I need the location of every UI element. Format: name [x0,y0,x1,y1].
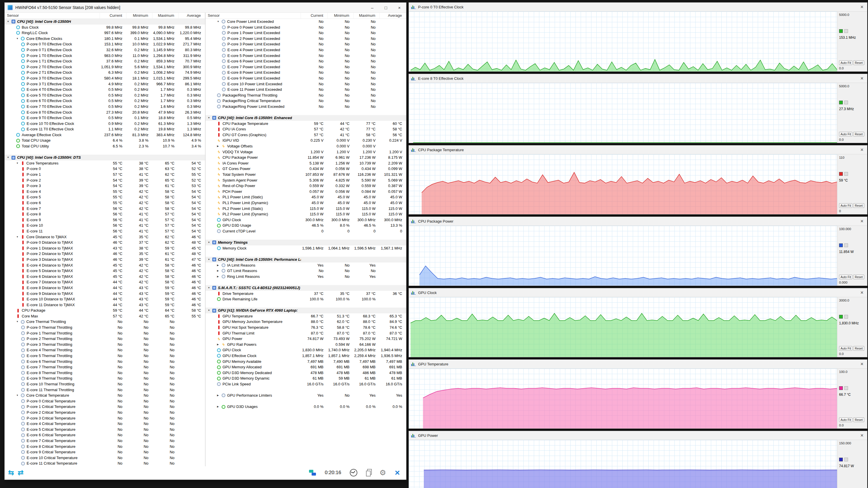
scale-adjust-handle[interactable] [844,386,848,390]
close-sensors-button[interactable]: × [395,468,400,477]
expander-icon[interactable]: ▼ [16,160,21,166]
sensor-row[interactable]: E-core 7 Power Limit ExceededNoNoNo [206,64,406,70]
sensor-row[interactable]: ▼Core Critical TemperatureNoNoNo [5,393,205,398]
sensor-row[interactable]: ▶ϟVoltage Offsets0.000 V0.000 V [206,143,406,149]
column-header-maximum[interactable]: Maximum [353,13,380,19]
sensor-row[interactable]: Package/Ring Critical TemperatureNoNoNo [206,98,406,104]
sensor-row[interactable]: E-core 9 Critical TemperatureNoNoNo [5,449,205,455]
expander-icon[interactable]: ▼ [16,36,21,42]
auto-fit-button[interactable]: Auto Fit [839,274,852,279]
sensor-row[interactable]: E-core 11 T0 Effective Clock1.1 MHz0.2 M… [5,126,205,132]
sensor-row[interactable]: Memory Clock1,596.1 MHz1,064.1 MHz1,596.… [206,246,406,251]
sensor-row[interactable]: ϟPL2 Power Limit (Static)115.0 W115.0 W1… [206,206,406,212]
expander-icon[interactable]: ▶ [217,262,222,268]
sensor-row[interactable]: E-core 5 Power Limit ExceededNoNoNo [206,53,406,59]
sensor-row[interactable]: ▶ϟGPU Rail Powers0.594 W64.166 W [206,342,406,348]
scale-adjust-handle[interactable] [844,458,848,461]
expander-icon[interactable]: ▼ [16,319,21,325]
auto-fit-button[interactable]: Auto Fit [839,60,852,65]
sensor-group-row[interactable]: ▼CPU [#0]: Intel Core i5-13500H: Enhance… [206,115,406,121]
sensor-row[interactable]: E-core 7 Thermal ThrottlingNoNoNo [5,364,205,370]
sensor-row[interactable]: E-core 6 T0 Effective Clock0.5 MHz0.2 MH… [5,98,205,104]
sensor-row[interactable]: E-core 956 °C41 °C57 °C54 °C [5,217,205,223]
sensor-row[interactable]: Average Effective Clock237.6 MHz81.3 MHz… [5,132,205,138]
sensor-row[interactable]: ▼Core Power Limit ExceededNoNoNo [206,19,406,25]
expander-icon[interactable]: ▼ [16,234,21,240]
sensor-row[interactable]: CPU Package Temperature59 °C44 °C77 °C60… [206,121,406,127]
sensor-row[interactable]: E-core 11 Thermal ThrottlingNoNoNo [5,387,205,393]
sensor-row[interactable]: CPU GT Cores (Graphics)57 °C41 °C58 °C56… [206,132,406,138]
series-color-swatch[interactable] [839,243,843,247]
sensor-row[interactable]: ϟPL1 Power Limit (Static)45.0 W45.0 W45.… [206,194,406,200]
expander-icon[interactable]: ▼ [217,19,222,25]
sensor-row[interactable]: E-core 455 °C42 °C58 °C54 °C [5,189,205,195]
expander-icon[interactable]: ▶ [217,393,222,398]
sensor-row[interactable]: Total CPU Usage6.4 %3.8 %10.9 %4.9 % [5,138,205,143]
expander-icon[interactable]: ▼ [208,240,212,246]
sensor-row[interactable]: ϟCPU Package Power11.854 W6.961 W17.236 … [206,155,406,160]
auto-fit-button[interactable]: Auto Fit [839,418,852,422]
sensor-row[interactable]: E-core 4 T0 Effective Clock0.5 MHz0.2 MH… [5,87,205,93]
sensor-group-row[interactable]: ▼CPU [#0]: Intel Core i5-13500H: Perform… [206,257,406,262]
sensor-row[interactable]: E-core 9 T0 Effective Clock0.5 MHz0.1 MH… [5,115,205,121]
sensor-row[interactable]: E-core 655 °C42 °C58 °C54 °C [5,200,205,206]
sensor-row[interactable]: E-core 6 Critical TemperatureNoNoNo [5,432,205,438]
graph-titlebar[interactable]: CPU Package Temperature × [409,145,867,154]
sensor-row[interactable]: E-core 5 Critical TemperatureNoNoNo [5,427,205,432]
sensor-row[interactable]: ϟGT Cores Power0.434 W0.056 W0.434 W0.09… [206,166,406,172]
sensor-row[interactable]: E-core 4 Power Limit ExceededNoNoNo [206,47,406,53]
sensor-row[interactable]: Package/Ring Power Limit ExceededNoNoNo [206,104,406,109]
graph-close-button[interactable]: × [858,361,866,367]
expander-icon[interactable]: ▶ [217,268,222,274]
sensor-row[interactable]: P-core 2 Distance to TjMAX46 °C35 °C61 °… [5,251,205,257]
sensor-row[interactable]: P-core 354 °C39 °C61 °C53 °C [5,183,205,189]
expander-icon[interactable]: ▶ [217,274,222,280]
sensor-row[interactable]: ϟPL2 Power Limit (Dynamic)115.0 W115.0 W… [206,211,406,217]
sensor-row[interactable]: ▶GPU D3D Usages0.0 %0.0 %0.0 %0.0 % [206,404,406,410]
sensor-row[interactable]: E-core 856 °C41 °C57 °C54 °C [5,211,205,217]
expander-icon[interactable]: ▼ [7,155,11,160]
scale-adjust-handle[interactable] [844,29,848,33]
reset-button[interactable]: Reset [853,132,864,136]
column-header-minimum[interactable]: Minimum [126,13,153,19]
sensor-row[interactable]: GPU Clock300.0 MHz300.0 MHz300.0 MHz300.… [206,217,406,223]
sensor-row[interactable]: E-core 1156 °C41 °C57 °C54 °C [5,228,205,234]
sensor-row[interactable]: P-core 1 Critical TemperatureNoNoNo [5,404,205,410]
sensor-row[interactable]: E-core 11 Distance to TjMAX44 °C43 °C59 … [5,302,205,308]
sensor-row[interactable]: E-core 1056 °C41 °C57 °C54 °C [5,223,205,228]
sensor-row[interactable]: E-core 4 Thermal ThrottlingNoNoNo [5,347,205,353]
column-header-average[interactable]: Average [380,13,406,19]
expander-icon[interactable]: ▼ [208,257,212,262]
sensor-row[interactable]: P-core 0 Distance to TjMAX46 °C37 °C62 °… [5,240,205,246]
sensor-row[interactable]: GPU Temperature66.7 °C51.3 °C68.3 °C65.3… [206,314,406,319]
expander-icon[interactable]: ▶ [217,404,222,410]
sensor-row[interactable]: P-core 1 Distance to TjMAX43 °C38 °C59 °… [5,246,205,251]
sensor-row[interactable]: E-core 8 Power Limit ExceededNoNoNo [206,70,406,75]
graph-close-button[interactable]: × [858,4,866,10]
sensor-row[interactable]: E-core 7 T0 Effective Clock0.5 MHz0.2 MH… [5,104,205,109]
column-header-current[interactable]: Current [301,13,328,19]
sensor-row[interactable]: Bus Clock99.8 MHz99.8 MHz99.8 MHz99.8 MH… [5,25,205,30]
graph-titlebar[interactable]: GPU Power × [409,431,867,440]
expander-icon[interactable]: ▼ [208,307,212,314]
sensor-row[interactable]: E-core 6 Power Limit ExceededNoNoNo [206,58,406,64]
sensor-row[interactable]: E-core 8 Thermal ThrottlingNoNoNo [5,370,205,376]
close-window-button[interactable]: × [393,3,406,12]
graph-titlebar[interactable]: GPU Temperature × [409,360,867,368]
column-header-current[interactable]: Current [100,13,126,19]
scale-adjust-handle[interactable] [844,172,848,176]
graph-titlebar[interactable]: P-core 0 T0 Effective Clock × [409,3,867,11]
sensor-row[interactable]: P-core 254 °C39 °C65 °C52 °C [5,177,205,183]
previous-sensors-button[interactable]: ⇆ [8,468,14,477]
sensor-row[interactable]: ▼Core Thermal ThrottlingNoNoNo [5,319,205,325]
scale-adjust-handle[interactable] [844,315,848,319]
sensor-row[interactable]: E-core 9 Thermal ThrottlingNoNoNo [5,376,205,381]
expander-icon[interactable]: ▼ [16,393,21,398]
sensor-row[interactable]: ▼Core Effective Clocks180.1 MHz0.1 MHz1,… [5,36,205,42]
sensor-row[interactable]: P-core 3 Power Limit ExceededNoNoNo [206,41,406,47]
series-color-swatch[interactable] [839,315,843,319]
sensor-row[interactable]: PCIe Link Speed16.0 GT/s16.0 GT/s16.0 GT… [206,381,406,387]
column-header-sensor[interactable]: Sensor [206,13,301,19]
sensor-group-row[interactable]: ▼GPU [#1]: NVIDIA GeForce RTX 4060 Lapto… [206,307,406,314]
sensor-row[interactable]: E-core 8 T0 Effective Clock27.3 MHz20.8 … [5,109,205,116]
